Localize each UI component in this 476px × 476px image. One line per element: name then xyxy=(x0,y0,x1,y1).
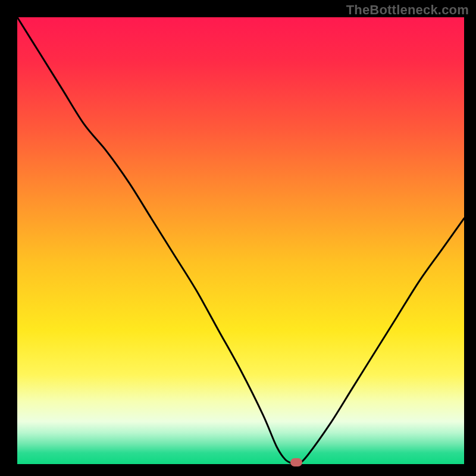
chart-svg xyxy=(17,17,464,464)
gradient-background xyxy=(17,17,464,464)
plot-area xyxy=(17,17,464,464)
chart-container: TheBottleneck.com xyxy=(0,0,476,476)
optimal-point-marker xyxy=(290,458,302,466)
watermark-text: TheBottleneck.com xyxy=(346,2,469,18)
